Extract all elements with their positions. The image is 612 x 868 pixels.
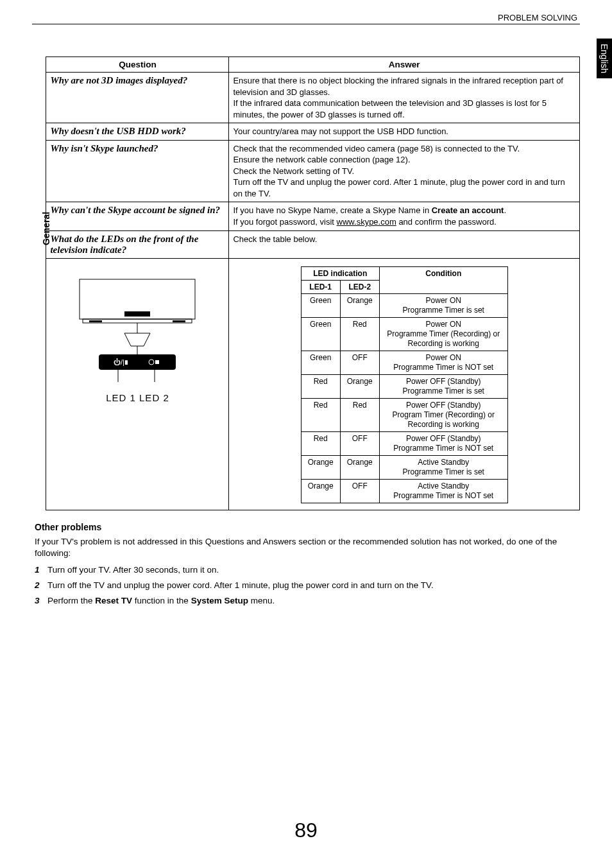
- question-text: Why can't the Skype account be signed in…: [50, 205, 225, 216]
- answer-line: Your country/area may not support the US…: [233, 126, 448, 136]
- led-cond: Power ONProgramme Timer is NOT set: [379, 351, 507, 374]
- step3-reset: Reset TV: [95, 596, 132, 605]
- steps-list: Turn off your TV. After 30 seconds, turn…: [35, 564, 580, 607]
- led2-val: Red: [340, 317, 379, 351]
- step3-mid: function in the: [132, 596, 191, 605]
- led1-val: Green: [301, 317, 340, 351]
- question-cell: Why are not 3D images displayed?: [46, 73, 229, 123]
- led1-val: Orange: [301, 479, 340, 503]
- led-head-group: LED indication: [301, 266, 379, 280]
- led-row: OrangeOFFActive StandbyProgramme Timer i…: [301, 479, 507, 503]
- led-cond: Power OFF (Standby)Programme Timer is NO…: [379, 431, 507, 455]
- led-table: LED indicationConditionLED-1LED-2GreenOr…: [301, 266, 508, 503]
- step3-post: menu.: [248, 596, 275, 605]
- led-head-2: LED-2: [340, 280, 379, 293]
- col-answer: Answer: [229, 57, 580, 73]
- svg-rect-1: [124, 311, 150, 317]
- answer-line: and confirm the password.: [396, 217, 497, 227]
- led-table-cell: LED indicationConditionLED-1LED-2GreenOr…: [229, 258, 580, 510]
- question-cell: Why doesn't the USB HDD work?: [46, 123, 229, 141]
- step-2: Turn off the TV and unplug the power cor…: [35, 580, 580, 591]
- led-diagram-cell: ⏻/|∎LED 1 LED 2: [46, 258, 229, 510]
- answer-line: Turn off the TV and unplug the power cor…: [233, 177, 565, 198]
- answer-line: Ensure that there is no object blocking …: [233, 76, 563, 97]
- led-cond: Power ONProgramme Timer is set: [379, 293, 507, 317]
- create-account-bold: Create an account: [432, 205, 504, 215]
- led1-val: Red: [301, 431, 340, 455]
- svg-text:⏻/|∎: ⏻/|∎: [114, 358, 128, 366]
- answer-line: .: [504, 205, 506, 215]
- other-problems-title: Other problems: [35, 522, 580, 532]
- answer-line: Check the Network setting of TV.: [233, 166, 354, 176]
- led-row: GreenOrangePower ONProgramme Timer is se…: [301, 293, 507, 317]
- led-cond: Power OFF (Standby)Programme Timer is se…: [379, 374, 507, 398]
- led1-val: Green: [301, 293, 340, 317]
- svg-rect-11: [155, 360, 159, 364]
- led-row: RedOFFPower OFF (Standby)Programme Timer…: [301, 431, 507, 455]
- led-row: RedOrangePower OFF (Standby)Programme Ti…: [301, 374, 507, 398]
- language-tab: English: [597, 39, 612, 78]
- question-cell: Why can't the Skype account be signed in…: [46, 202, 229, 230]
- question-cell: What do the LEDs on the front of the tel…: [46, 230, 229, 258]
- led1-val: Red: [301, 398, 340, 431]
- question-text: Why isn't Skype launched?: [50, 143, 225, 154]
- answer-cell: Check that the recommended video camera …: [229, 140, 580, 202]
- led-cond: Active StandbyProgramme Timer is set: [379, 455, 507, 479]
- led-head-1: LED-1: [301, 280, 340, 293]
- answer-line: If the infrared data communication betwe…: [233, 98, 547, 119]
- led2-val: Red: [340, 398, 379, 431]
- other-problems-intro: If your TV's problem is not addressed in…: [35, 536, 580, 559]
- step-1: Turn off your TV. After 30 seconds, turn…: [35, 564, 580, 576]
- led1-val: Green: [301, 351, 340, 374]
- category-label: General: [41, 212, 51, 245]
- section-header: PROBLEM SOLVING: [32, 13, 580, 24]
- step3-system: System Setup: [191, 596, 248, 605]
- led-cond: Power ONProgramme Timer (Recording) or R…: [379, 317, 507, 351]
- svg-rect-3: [89, 320, 102, 322]
- svg-rect-8: [99, 354, 176, 370]
- tv-svg: ⏻/|∎: [64, 274, 211, 390]
- led-cond: Active StandbyProgramme Timer is NOT set: [379, 479, 507, 503]
- answer-cell: Your country/area may not support the US…: [229, 123, 580, 141]
- answer-line: Ensure the network cable connection (pag…: [233, 155, 410, 164]
- led2-val: Orange: [340, 455, 379, 479]
- led2-val: Orange: [340, 374, 379, 398]
- col-question: Question: [46, 57, 229, 73]
- led2-val: OFF: [340, 351, 379, 374]
- led-diagram-label: LED 1 LED 2: [53, 392, 222, 403]
- answer-cell: If you have no Skype Name, create a Skyp…: [229, 202, 580, 230]
- led-row: GreenRedPower ONProgramme Timer (Recordi…: [301, 317, 507, 351]
- question-cell: Why isn't Skype launched?: [46, 140, 229, 202]
- answer-line: If you forgot password, visit: [233, 217, 336, 227]
- led-head-cond: Condition: [379, 266, 507, 293]
- question-text: What do the LEDs on the front of the tel…: [50, 234, 225, 256]
- step3-pre: Perform the: [47, 596, 95, 605]
- answer-line: If you have no Skype Name, create a Skyp…: [233, 205, 431, 215]
- skype-link: www.skype.com: [337, 217, 396, 227]
- answer-cell: Check the table below.: [229, 230, 580, 258]
- question-text: Why are not 3D images displayed?: [50, 75, 225, 86]
- led2-val: OFF: [340, 431, 379, 455]
- led1-val: Orange: [301, 455, 340, 479]
- led2-val: Orange: [340, 293, 379, 317]
- led-cond: Power OFF (Standby)Program Timer (Record…: [379, 398, 507, 431]
- svg-rect-4: [173, 320, 185, 322]
- qa-table: Question Answer Why are not 3D images di…: [46, 56, 580, 510]
- svg-marker-6: [124, 333, 150, 346]
- led-row: GreenOFFPower ONProgramme Timer is NOT s…: [301, 351, 507, 374]
- answer-cell: Ensure that there is no object blocking …: [229, 73, 580, 123]
- step-3: Perform the Reset TV function in the Sys…: [35, 595, 580, 607]
- tv-diagram: ⏻/|∎LED 1 LED 2: [50, 261, 225, 410]
- question-text: Why doesn't the USB HDD work?: [50, 126, 225, 137]
- led-row: RedRedPower OFF (Standby)Program Timer (…: [301, 398, 507, 431]
- led-row: OrangeOrangeActive StandbyProgramme Time…: [301, 455, 507, 479]
- led2-val: OFF: [340, 479, 379, 503]
- answer-line: Check that the recommended video camera …: [233, 144, 520, 153]
- led1-val: Red: [301, 374, 340, 398]
- page-number: 89: [0, 819, 612, 842]
